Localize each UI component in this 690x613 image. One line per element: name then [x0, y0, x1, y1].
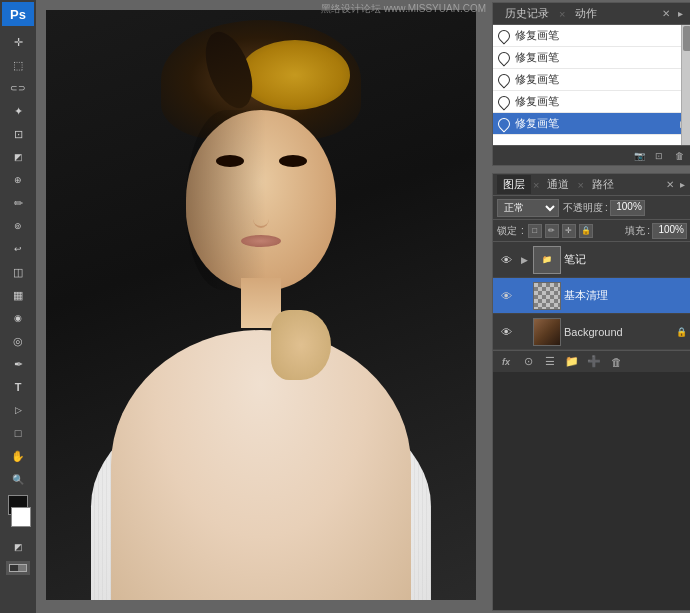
lock-image-button[interactable]: ✏ — [545, 224, 559, 238]
layer-delete-button[interactable]: 🗑 — [607, 353, 625, 371]
layers-expand-button[interactable]: ▸ — [678, 179, 687, 190]
fill-control: 填充 : 100% — [625, 223, 687, 239]
bg-thumb-photo — [534, 319, 560, 345]
layer-new-button[interactable]: ➕ — [585, 353, 603, 371]
history-item-3[interactable]: 修复画笔 — [493, 69, 690, 91]
tool-zoom[interactable]: 🔍 — [6, 468, 30, 490]
bg-visibility-eye[interactable]: 👁 — [497, 323, 515, 341]
brush-icon-4 — [497, 95, 511, 109]
tool-eraser[interactable]: ◫ — [6, 261, 30, 283]
opacity-label: 不透明度 — [563, 201, 603, 215]
notes-folder-icon: 📁 — [542, 255, 552, 264]
history-scrollbar-thumb[interactable] — [683, 26, 690, 51]
tab-divider: × — [559, 8, 565, 20]
layers-lock-fill-row: 锁定 : □ ✏ ✛ 🔒 填充 : 100% — [493, 220, 690, 242]
history-tab[interactable]: 历史记录 — [499, 4, 555, 23]
history-item-5[interactable]: 修复画笔 ▶ — [493, 113, 690, 135]
layers-close-button[interactable]: ✕ — [664, 179, 676, 190]
tool-type[interactable]: T — [6, 376, 30, 398]
shoulders — [111, 330, 411, 600]
history-new-snapshot-button[interactable]: 📷 — [631, 148, 647, 164]
history-close-button[interactable]: ✕ — [660, 8, 672, 19]
lock-label: 锁定 — [497, 224, 517, 238]
bg-lock-icon: 🔒 — [675, 326, 687, 338]
cleanup-checkerboard — [534, 283, 560, 309]
history-item-4[interactable]: 修复画笔 — [493, 91, 690, 113]
layer-group-button[interactable]: 📁 — [563, 353, 581, 371]
bg-layer-name: Background — [564, 326, 672, 338]
notes-visibility-eye[interactable]: 👁 — [497, 251, 515, 269]
history-item-3-label: 修复画笔 — [515, 72, 559, 87]
tool-wand[interactable]: ✦ — [6, 100, 30, 122]
layers-tab-divider2: × — [577, 179, 583, 191]
heal-brush-icon-2 — [496, 49, 513, 66]
heal-brush-icon — [496, 27, 513, 44]
fill-value[interactable]: 100% — [652, 223, 687, 239]
lock-colon: : — [521, 225, 524, 236]
layer-notes-group[interactable]: 👁 ▶ 📁 笔记 — [493, 242, 690, 278]
opacity-value[interactable]: 100% — [610, 200, 645, 216]
history-new-document-button[interactable]: ⊡ — [651, 148, 667, 164]
layer-background[interactable]: 👁 Background 🔒 — [493, 314, 690, 350]
face-shadow — [186, 110, 266, 290]
tool-quick-mask[interactable]: ◩ — [6, 536, 30, 558]
layers-blend-opacity-row: 正常 不透明度 : 100% — [493, 196, 690, 220]
tool-clone[interactable]: ⊚ — [6, 215, 30, 237]
lock-position-button[interactable]: ✛ — [562, 224, 576, 238]
blend-mode-select[interactable]: 正常 — [497, 199, 559, 217]
brush-icon-1 — [497, 29, 511, 43]
cleanup-layer-name: 基本清理 — [564, 288, 687, 303]
notes-layer-name: 笔记 — [564, 252, 687, 267]
opacity-colon: : — [605, 202, 608, 213]
layer-fx-button[interactable]: fx — [497, 353, 515, 371]
tool-history-brush[interactable]: ↩ — [6, 238, 30, 260]
actions-tab[interactable]: 动作 — [569, 4, 603, 23]
photo-background — [46, 10, 476, 600]
layers-tab[interactable]: 图层 — [497, 175, 531, 194]
layers-bottom-toolbar: fx ⊙ ☰ 📁 ➕ 🗑 — [493, 350, 690, 372]
tool-dodge[interactable]: ◎ — [6, 330, 30, 352]
ps-logo: Ps — [2, 2, 34, 26]
layer-mask-button[interactable]: ⊙ — [519, 353, 537, 371]
layers-tab-divider1: × — [533, 179, 539, 191]
heal-brush-icon-4 — [496, 93, 513, 110]
history-delete-button[interactable]: 🗑 — [671, 148, 687, 164]
history-item-1-label: 修复画笔 — [515, 28, 559, 43]
lock-all-button[interactable]: 🔒 — [579, 224, 593, 238]
layers-panel-header: 图层 × 通道 × 路径 ✕ ▸ — [493, 174, 690, 196]
history-panel-header: 历史记录 × 动作 ✕ ▸ — [493, 3, 690, 25]
lock-transparent-button[interactable]: □ — [528, 224, 542, 238]
left-toolbar: Ps ✛ ⬚ ⊂⊃ ✦ ⊡ ◩ ⊕ ✏ ⊚ ↩ ◫ ▦ ◉ ◎ ✒ T ▷ □ … — [0, 0, 36, 613]
tool-brush[interactable]: ✏ — [6, 192, 30, 214]
tool-lasso[interactable]: ⊂⊃ — [6, 77, 30, 99]
tool-heal[interactable]: ⊕ — [6, 169, 30, 191]
channels-tab[interactable]: 通道 — [541, 175, 575, 194]
tool-crop[interactable]: ⊡ — [6, 123, 30, 145]
fill-label: 填充 — [625, 224, 645, 238]
tool-gradient[interactable]: ▦ — [6, 284, 30, 306]
tool-blur[interactable]: ◉ — [6, 307, 30, 329]
tool-marquee[interactable]: ⬚ — [6, 54, 30, 76]
fill-colon: : — [647, 225, 650, 236]
hair-blonde — [240, 40, 350, 110]
layer-basic-cleanup[interactable]: 👁 基本清理 — [493, 278, 690, 314]
history-item-5-label: 修复画笔 — [515, 116, 559, 131]
paths-tab[interactable]: 路径 — [586, 175, 620, 194]
history-expand-button[interactable]: ▸ — [676, 8, 685, 19]
canvas-area — [36, 0, 490, 613]
tool-eyedropper[interactable]: ◩ — [6, 146, 30, 168]
tool-hand[interactable]: ✋ — [6, 445, 30, 467]
notes-layer-thumb: 📁 — [533, 246, 561, 274]
bg-layer-thumb — [533, 318, 561, 346]
history-item-1[interactable]: 修复画笔 — [493, 25, 690, 47]
history-scrollbar[interactable] — [681, 25, 690, 145]
cleanup-visibility-eye[interactable]: 👁 — [497, 287, 515, 305]
layer-adjustment-button[interactable]: ☰ — [541, 353, 559, 371]
tool-move[interactable]: ✛ — [6, 31, 30, 53]
tool-pen[interactable]: ✒ — [6, 353, 30, 375]
tool-shape[interactable]: □ — [6, 422, 30, 444]
tool-path-select[interactable]: ▷ — [6, 399, 30, 421]
notes-group-arrow[interactable]: ▶ — [518, 254, 530, 266]
history-item-2[interactable]: 修复画笔 — [493, 47, 690, 69]
right-panels: 历史记录 × 动作 ✕ ▸ 修复画笔 修复画笔 — [490, 0, 690, 613]
